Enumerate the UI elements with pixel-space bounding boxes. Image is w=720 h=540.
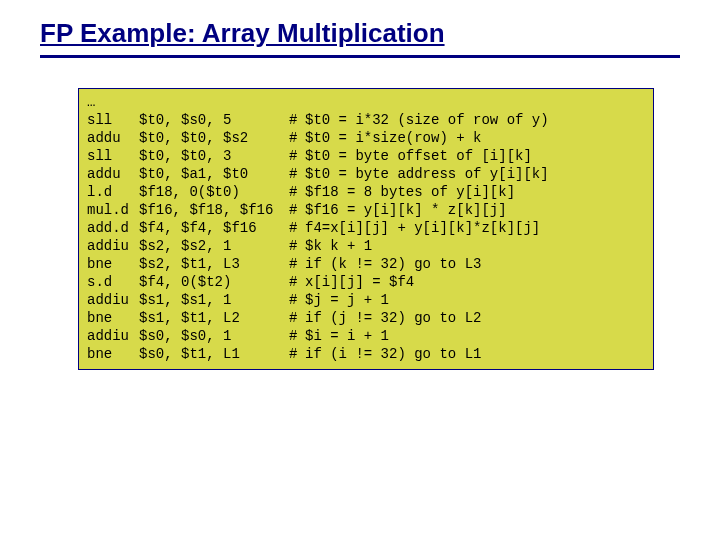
code-line: bne$s1, $t1, L2#if (j != 32) go to L2 — [87, 309, 645, 327]
instr: addu — [87, 129, 139, 147]
title-rule — [40, 55, 680, 58]
args: $t0, $t0, $s2 — [139, 129, 289, 147]
hash: # — [289, 183, 305, 201]
instr: bne — [87, 255, 139, 273]
code-line: l.d$f18, 0($t0)#$f18 = 8 bytes of y[i][k… — [87, 183, 645, 201]
comment: $j = j + 1 — [305, 291, 645, 309]
code-line: sll$t0, $s0, 5#$t0 = i*32 (size of row o… — [87, 111, 645, 129]
code-ellipsis: … — [87, 93, 645, 111]
instr: mul.d — [87, 201, 139, 219]
instr: addu — [87, 165, 139, 183]
hash: # — [289, 291, 305, 309]
args: $t0, $a1, $t0 — [139, 165, 289, 183]
hash: # — [289, 201, 305, 219]
code-line: addiu$s1, $s1, 1#$j = j + 1 — [87, 291, 645, 309]
args: $f4, $f4, $f16 — [139, 219, 289, 237]
code-line: bne$s0, $t1, L1#if (i != 32) go to L1 — [87, 345, 645, 363]
hash: # — [289, 345, 305, 363]
args: $t0, $s0, 5 — [139, 111, 289, 129]
args: $s2, $t1, L3 — [139, 255, 289, 273]
hash: # — [289, 309, 305, 327]
hash: # — [289, 147, 305, 165]
code-line: sll$t0, $t0, 3#$t0 = byte offset of [i][… — [87, 147, 645, 165]
comment: if (j != 32) go to L2 — [305, 309, 645, 327]
instr: addiu — [87, 327, 139, 345]
args: $s0, $t1, L1 — [139, 345, 289, 363]
comment: $t0 = i*32 (size of row of y) — [305, 111, 645, 129]
comment: $f18 = 8 bytes of y[i][k] — [305, 183, 645, 201]
hash: # — [289, 255, 305, 273]
hash: # — [289, 129, 305, 147]
code-line: addu$t0, $t0, $s2#$t0 = i*size(row) + k — [87, 129, 645, 147]
instr: s.d — [87, 273, 139, 291]
comment: $t0 = i*size(row) + k — [305, 129, 645, 147]
comment: $k k + 1 — [305, 237, 645, 255]
hash: # — [289, 165, 305, 183]
comment: if (k != 32) go to L3 — [305, 255, 645, 273]
comment: f4=x[i][j] + y[i][k]*z[k][j] — [305, 219, 645, 237]
args: $f16, $f18, $f16 — [139, 201, 289, 219]
code-line: addu$t0, $a1, $t0#$t0 = byte address of … — [87, 165, 645, 183]
code-line: bne$s2, $t1, L3#if (k != 32) go to L3 — [87, 255, 645, 273]
hash: # — [289, 327, 305, 345]
instr: l.d — [87, 183, 139, 201]
code-lines: sll$t0, $s0, 5#$t0 = i*32 (size of row o… — [87, 111, 645, 363]
hash: # — [289, 273, 305, 291]
instr: bne — [87, 345, 139, 363]
code-line: addiu$s2, $s2, 1#$k k + 1 — [87, 237, 645, 255]
comment: $t0 = byte offset of [i][k] — [305, 147, 645, 165]
args: $t0, $t0, 3 — [139, 147, 289, 165]
code-line: add.d$f4, $f4, $f16#f4=x[i][j] + y[i][k]… — [87, 219, 645, 237]
comment: $i = i + 1 — [305, 327, 645, 345]
slide-title: FP Example: Array Multiplication — [40, 18, 680, 55]
title-area: FP Example: Array Multiplication — [40, 18, 680, 58]
instr: bne — [87, 309, 139, 327]
code-box: … sll$t0, $s0, 5#$t0 = i*32 (size of row… — [78, 88, 654, 370]
instr: add.d — [87, 219, 139, 237]
comment: x[i][j] = $f4 — [305, 273, 645, 291]
args: $s2, $s2, 1 — [139, 237, 289, 255]
instr: sll — [87, 111, 139, 129]
instr: addiu — [87, 291, 139, 309]
args: $f4, 0($t2) — [139, 273, 289, 291]
code-line: mul.d$f16, $f18, $f16#$f16 = y[i][k] * z… — [87, 201, 645, 219]
args: $s1, $s1, 1 — [139, 291, 289, 309]
instr: addiu — [87, 237, 139, 255]
args: $f18, 0($t0) — [139, 183, 289, 201]
hash: # — [289, 237, 305, 255]
hash: # — [289, 219, 305, 237]
args: $s1, $t1, L2 — [139, 309, 289, 327]
hash: # — [289, 111, 305, 129]
comment: $f16 = y[i][k] * z[k][j] — [305, 201, 645, 219]
args: $s0, $s0, 1 — [139, 327, 289, 345]
code-line: s.d$f4, 0($t2)#x[i][j] = $f4 — [87, 273, 645, 291]
comment: $t0 = byte address of y[i][k] — [305, 165, 645, 183]
comment: if (i != 32) go to L1 — [305, 345, 645, 363]
instr: sll — [87, 147, 139, 165]
code-line: addiu$s0, $s0, 1#$i = i + 1 — [87, 327, 645, 345]
slide: FP Example: Array Multiplication … sll$t… — [0, 0, 720, 540]
